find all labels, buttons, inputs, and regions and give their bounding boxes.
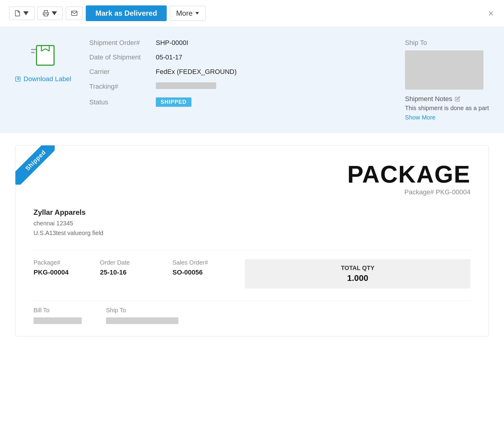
document-button[interactable] — [9, 7, 34, 20]
status-label: Status — [89, 98, 156, 106]
more-button[interactable]: More — [170, 6, 206, 21]
ship-to-label: Ship To — [405, 39, 489, 47]
total-qty-box: TOTAL QTY 1.000 — [245, 259, 470, 288]
edit-icon[interactable] — [455, 96, 460, 102]
ship-to-section: Ship To Shipment Notes This shipment is … — [405, 39, 489, 121]
pkg-hash-value: PKG-00004 — [34, 269, 100, 276]
ship-to-col: Ship To — [106, 307, 178, 324]
carrier-label: Carrier — [89, 68, 156, 76]
tracking-label: Tracking# — [89, 83, 156, 91]
date-label: Date of Shipment — [89, 53, 156, 61]
svg-marker-2 — [52, 11, 57, 15]
svg-marker-3 — [195, 12, 199, 14]
package-header: PACKAGE Package# PKG-00004 — [34, 161, 470, 205]
email-button[interactable] — [66, 7, 83, 20]
shipment-info-section: Download Label Shipment Order# SHP-0000I… — [0, 27, 504, 133]
ship-to-pkg-label: Ship To — [106, 307, 178, 314]
order-label: Shipment Order# — [89, 39, 156, 47]
close-button[interactable]: × — [487, 7, 495, 19]
svg-marker-0 — [23, 11, 29, 15]
package-number: Package# PKG-00004 — [347, 188, 470, 196]
pkg-hash-label: Package# — [34, 259, 100, 266]
package-meta-grid: Package# PKG-00004 Order Date 25-10-16 S… — [34, 250, 470, 288]
more-label: More — [176, 9, 193, 17]
tracking-blur — [156, 82, 216, 89]
shipped-ribbon-text: Shipped — [15, 145, 55, 185]
pkg-hash-col: Package# PKG-00004 — [34, 259, 100, 276]
package-card: Shipped PACKAGE Package# PKG-00004 Zylla… — [15, 145, 489, 336]
shipment-icon-area: Download Label — [15, 39, 71, 83]
ship-to-pkg-placeholder — [106, 317, 178, 324]
total-qty-col: TOTAL QTY 1.000 — [245, 259, 470, 288]
mark-delivered-button[interactable]: Mark as Delivered — [86, 5, 167, 21]
date-value: 05-01-17 — [156, 53, 387, 61]
sales-order-label: Sales Order# — [172, 259, 245, 266]
package-title: PACKAGE — [347, 161, 470, 188]
address-section: Bill To Ship To — [34, 300, 470, 324]
company-info: Zyllar Apparels chennai 12345 U.S.A13tes… — [34, 208, 470, 238]
sales-order-value: SO-00056 — [172, 269, 245, 276]
bill-to-placeholder — [34, 317, 82, 324]
bill-to-col: Bill To — [34, 307, 82, 324]
download-label-text: Download Label — [24, 75, 71, 83]
show-more-button[interactable]: Show More — [405, 114, 435, 121]
sales-order-col: Sales Order# SO-00056 — [172, 259, 245, 276]
print-button[interactable] — [37, 7, 63, 20]
notes-title: Shipment Notes — [405, 95, 489, 103]
status-badge: SHIPPED — [156, 97, 191, 107]
svg-rect-1 — [44, 14, 48, 16]
shipment-details: Shipment Order# SHP-0000I Date of Shipme… — [89, 39, 387, 107]
toolbar: Mark as Delivered More × — [0, 0, 504, 27]
order-date-value: 25-10-16 — [100, 269, 172, 276]
ship-to-placeholder — [405, 50, 483, 90]
package-icon — [28, 39, 58, 69]
company-city: chennai 12345 — [34, 218, 470, 228]
package-section: Shipped PACKAGE Package# PKG-00004 Zylla… — [0, 133, 504, 348]
tracking-value — [156, 82, 387, 91]
total-qty-label: TOTAL QTY — [254, 265, 461, 272]
carrier-value: FedEx (FEDEX_GROUND) — [156, 68, 387, 76]
order-value: SHP-0000I — [156, 39, 387, 47]
status-value: SHIPPED — [156, 97, 387, 107]
company-name: Zyllar Apparels — [34, 208, 470, 217]
bill-to-label: Bill To — [34, 307, 82, 314]
company-country: U.S.A13test valueorg field — [34, 228, 470, 238]
order-date-label: Order Date — [100, 259, 172, 266]
notes-text: This shipment is done as a part — [405, 105, 489, 112]
download-label-button[interactable]: Download Label — [15, 75, 71, 83]
order-date-col: Order Date 25-10-16 — [100, 259, 172, 276]
shipped-ribbon: Shipped — [15, 145, 55, 185]
total-qty-value: 1.000 — [254, 273, 461, 283]
